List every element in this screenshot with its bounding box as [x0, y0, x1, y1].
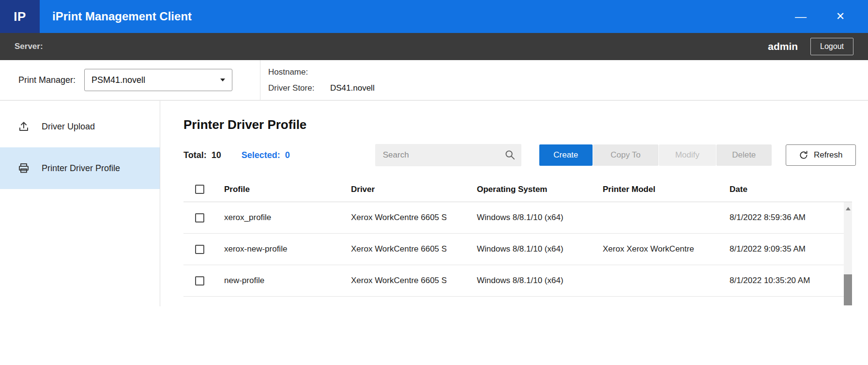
selected-value: 0: [285, 150, 290, 160]
search-icon: [504, 149, 516, 160]
chevron-down-icon: [220, 79, 225, 81]
print-manager-select[interactable]: PSM41.novell: [84, 69, 232, 91]
cell-os: Windows 8/8.1/10 (x64): [477, 244, 603, 254]
server-label: Server:: [15, 42, 43, 51]
cell-os: Windows 8/8.1/10 (x64): [477, 276, 603, 286]
modify-button[interactable]: Modify: [659, 144, 716, 166]
column-header-date: Date: [730, 185, 836, 194]
search-box: [375, 144, 521, 166]
column-header-os: Operating System: [477, 185, 603, 194]
sidebar: Driver Upload Printer Driver Profile: [0, 101, 160, 306]
cell-profile: xerox-new-profile: [224, 244, 351, 254]
cell-date: 8/1/2022 10:35:20 AM: [730, 276, 836, 286]
column-header-driver: Driver: [351, 185, 477, 194]
sidebar-item-label: Driver Upload: [42, 122, 95, 132]
app-title: iPrint Management Client: [52, 10, 192, 23]
select-all-checkbox[interactable]: [195, 185, 204, 194]
profiles-table: Profile Driver Operating System Printer …: [183, 177, 852, 297]
table-scrollbar: [844, 202, 852, 305]
username: admin: [768, 41, 798, 52]
total-value: 10: [212, 150, 221, 160]
upload-icon: [17, 120, 30, 133]
window-controls: — ✕: [793, 9, 868, 24]
total-stat: Total:10: [183, 150, 221, 160]
refresh-icon: [799, 150, 808, 160]
create-button[interactable]: Create: [539, 144, 593, 166]
chevron-up-icon: [846, 207, 851, 210]
row-checkbox[interactable]: [195, 276, 204, 286]
hostname-label: Hostname:: [268, 67, 322, 77]
copy-to-button[interactable]: Copy To: [593, 144, 658, 166]
column-header-profile: Profile: [224, 185, 351, 194]
selected-label: Selected:: [242, 150, 280, 160]
cell-profile: xerox_profile: [224, 213, 351, 222]
delete-button[interactable]: Delete: [716, 144, 772, 166]
table-body: xerox_profile Xerox WorkCentre 6605 S Wi…: [183, 202, 852, 297]
print-manager-label: Print Manager:: [18, 75, 76, 85]
app-logo: IP: [0, 0, 40, 33]
main-panel: Printer Driver Profile Total:10 Selected…: [160, 101, 868, 365]
scroll-up-button[interactable]: [844, 202, 852, 215]
close-icon: ✕: [836, 10, 845, 23]
table-header: Profile Driver Operating System Printer …: [183, 177, 852, 202]
app-window: IP iPrint Management Client — ✕ Server: …: [0, 0, 868, 365]
row-checkbox[interactable]: [195, 245, 204, 254]
refresh-button[interactable]: Refresh: [786, 144, 856, 166]
selected-stat: Selected:0: [242, 150, 290, 160]
logout-button[interactable]: Logout: [810, 38, 853, 55]
cell-driver: Xerox WorkCentre 6605 S: [351, 276, 477, 286]
toolbar: Total:10 Selected:0 Create Copy To: [183, 144, 868, 166]
driver-store-label: Driver Store:: [268, 83, 322, 93]
table-row: xerox-new-profile Xerox WorkCentre 6605 …: [183, 234, 852, 265]
search-input[interactable]: [375, 144, 521, 166]
cell-driver: Xerox WorkCentre 6605 S: [351, 213, 477, 222]
print-manager-value: PSM41.novell: [91, 75, 145, 85]
table-row: xerox_profile Xerox WorkCentre 6605 S Wi…: [183, 202, 852, 234]
manager-bar: Print Manager: PSM41.novell Hostname: Dr…: [0, 60, 868, 101]
printer-icon: [17, 162, 30, 175]
scrollbar-thumb[interactable]: [844, 274, 852, 305]
cell-model: Xerox Xerox WorkCentre: [603, 244, 730, 254]
minimize-button[interactable]: —: [793, 9, 808, 24]
titlebar: IP iPrint Management Client — ✕: [0, 0, 868, 33]
cell-date: 8/1/2022 8:59:36 AM: [730, 213, 836, 222]
column-header-model: Printer Model: [603, 185, 730, 194]
total-label: Total:: [183, 150, 207, 160]
page-title: Printer Driver Profile: [183, 117, 868, 132]
sidebar-item-printer-driver-profile[interactable]: Printer Driver Profile: [0, 147, 160, 189]
server-bar: Server: admin Logout: [0, 33, 868, 60]
minimize-icon: —: [795, 14, 807, 19]
sidebar-item-driver-upload[interactable]: Driver Upload: [0, 106, 160, 147]
cell-os: Windows 8/8.1/10 (x64): [477, 213, 603, 222]
close-button[interactable]: ✕: [833, 9, 848, 24]
cell-driver: Xerox WorkCentre 6605 S: [351, 244, 477, 254]
cell-profile: new-profile: [224, 276, 351, 286]
sidebar-item-label: Printer Driver Profile: [42, 163, 120, 174]
row-checkbox[interactable]: [195, 213, 204, 222]
action-buttons: Create Copy To Modify Delete Refresh: [539, 144, 856, 166]
driver-store-value: DS41.novell: [330, 83, 375, 93]
table-row: new-profile Xerox WorkCentre 6605 S Wind…: [183, 265, 852, 297]
cell-date: 8/1/2022 9:09:35 AM: [730, 244, 836, 254]
